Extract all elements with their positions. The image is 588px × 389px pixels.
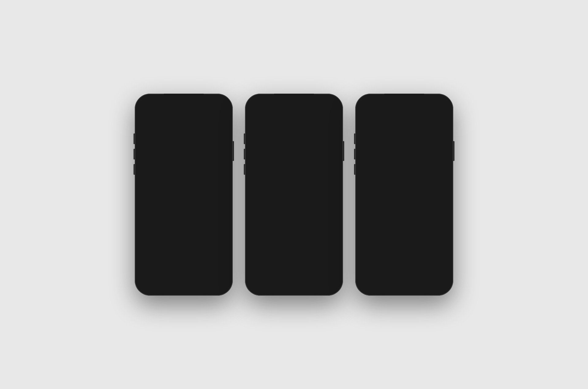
- menu-item-todos-things[interactable]: Todos in Things: [251, 219, 337, 234]
- nav-search-icon-1[interactable]: [207, 108, 213, 115]
- svg-line-23: [150, 217, 152, 219]
- operations-button-2[interactable]: Operations: [263, 282, 284, 287]
- paste-icon: [145, 167, 154, 175]
- associate-convert-icon: [145, 197, 154, 205]
- svg-rect-18: [148, 168, 151, 170]
- plus-button-2[interactable]: +: [331, 281, 334, 288]
- note-icon-2: [254, 119, 261, 126]
- menu-scroll-2: Save to Files as... 15 Event in Fantasti…: [249, 130, 339, 292]
- menu-item-select-all[interactable]: Select All: [141, 134, 227, 149]
- divider-2: [251, 129, 337, 129]
- phone-1: 9:00 ▲ ▪▪▪ 📶 🔋: [135, 94, 233, 296]
- note-title-row-2: Basic: [249, 118, 339, 129]
- svg-line-20: [150, 187, 152, 188]
- edit-button[interactable]: Edit: [251, 206, 271, 217]
- nav-search-icon-2[interactable]: [318, 108, 323, 115]
- select-button-1[interactable]: Select: [204, 282, 216, 287]
- menu-item-dayone[interactable]: Day One: [251, 160, 337, 175]
- duplicate-button[interactable]: Duplicate: [271, 206, 292, 217]
- action-buttons-row: Edit Duplicate Delete Sheet i...: [251, 206, 337, 217]
- status-bar-2: 9:01 ▲ ▪▪▪ 📶 🔋: [249, 97, 339, 106]
- menu-item-associate-search[interactable]: Associate Search: [141, 209, 227, 224]
- todos-things-label: Todos in Things: [268, 223, 302, 229]
- nav-more-icon-2[interactable]: •••: [327, 108, 334, 115]
- save-files-icon: [255, 133, 264, 142]
- fantastical-icon: 15: [255, 148, 264, 157]
- add-things-notes-label: Add to Things with Notes: [268, 238, 322, 244]
- nav-bar-2: •••: [249, 106, 339, 118]
- delete-button[interactable]: Delete: [292, 206, 312, 217]
- menu-item-blink-search[interactable]: Blink Search: [141, 239, 227, 253]
- copy-label: Copy: [157, 153, 169, 159]
- fantastical-label: Event in Fantastical: [268, 150, 311, 155]
- status-icons-1: ▲ ▪▪▪ 📶 🔋: [204, 101, 223, 105]
- svg-point-26: [318, 108, 322, 112]
- svg-rect-6: [151, 140, 152, 140]
- menu-item-associate-search-2[interactable]: Associate Search: [251, 264, 337, 279]
- nav-bar-1: •••: [138, 106, 229, 118]
- associate-search-icon-2: [255, 267, 264, 275]
- menu-item-associate-convert[interactable]: Associate Convert: [141, 194, 227, 209]
- eye-icon-2: 👁: [254, 282, 258, 287]
- sheet-partial: Sheet i...: [313, 206, 337, 217]
- chevron-icon-1: ›: [149, 282, 151, 287]
- blink-convert-label: Blink Convert: [157, 228, 187, 234]
- menu-item-fantastical[interactable]: 15 Event in Fantastical: [251, 145, 337, 160]
- associate-search-icon: [145, 212, 154, 220]
- nav-doc-icon-2[interactable]: [254, 107, 259, 115]
- phone-3-screen: 9:00 ▲ ▪▪▪ 📶 🔋: [359, 97, 450, 292]
- home-indicator-2: [279, 289, 309, 290]
- phone-2: 9:01 ▲ ▪▪▪ 📶 🔋: [245, 94, 343, 296]
- status-bar-1: 9:00 ▲ ▪▪▪ 📶 🔋: [138, 97, 229, 106]
- nav-more-icon-1[interactable]: •••: [217, 108, 224, 115]
- note-title-2: Basic: [264, 119, 278, 125]
- select-all-label: Select All: [157, 138, 178, 144]
- menu-item-add-things-notes[interactable]: Add to Things with Notes: [251, 234, 337, 249]
- phone-2-screen: 9:01 ▲ ▪▪▪ 📶 🔋: [249, 97, 339, 292]
- status-icons-2: ▲ ▪▪▪ 📶 🔋: [314, 101, 333, 105]
- svg-rect-3: [147, 140, 148, 140]
- operations-button-1[interactable]: Operations: [153, 282, 174, 287]
- home-indicator-1: [168, 289, 199, 290]
- note-icon-1: $: [143, 119, 153, 129]
- svg-rect-4: [148, 140, 149, 140]
- menu-item-blink-convert[interactable]: Blink Convert: [141, 224, 227, 239]
- menu-item-bear[interactable]: ≡ Send to Bear: [251, 190, 337, 205]
- menu-item-find-replace[interactable]: Find and Replace: [141, 179, 227, 194]
- associate-convert-label: Associate Convert: [157, 198, 197, 204]
- associate-search-label-2: Associate Search: [268, 268, 306, 274]
- menu-item-paste[interactable]: Paste: [141, 164, 227, 179]
- phone-1-screen: 9:00 ▲ ▪▪▪ 📶 🔋: [138, 97, 229, 292]
- copy-icon: [145, 152, 154, 160]
- svg-text:≡: ≡: [258, 196, 261, 200]
- dayone-label: Day One: [268, 165, 287, 170]
- menu-list-1: Select All Copy: [141, 134, 227, 253]
- svg-rect-30: [257, 150, 262, 152]
- svg-rect-10: [151, 141, 152, 142]
- svg-rect-8: [148, 141, 149, 142]
- keyboard-icon: [145, 137, 154, 145]
- find-replace-icon: [145, 182, 154, 190]
- menu-item-save-files[interactable]: Save to Files as...: [251, 130, 337, 145]
- tweetbot-icon: [255, 178, 264, 187]
- bear-icon: ≡: [255, 193, 264, 202]
- bear-label: Send to Bear: [268, 195, 296, 200]
- select-button-2[interactable]: Select: [315, 282, 326, 287]
- nav-doc-icon-1[interactable]: [143, 107, 149, 115]
- associate-convert-icon-2: [255, 252, 264, 260]
- menu-item-copy[interactable]: Copy: [141, 149, 227, 164]
- blink-search-icon: [145, 242, 154, 250]
- menu-item-tweetbot[interactable]: Tweet with Tweetbot: [251, 175, 337, 190]
- phone-3: 9:00 ▲ ▪▪▪ 📶 🔋: [355, 94, 453, 296]
- svg-rect-9: [149, 141, 150, 142]
- svg-rect-5: [149, 140, 150, 140]
- find-replace-label: Find and Replace: [157, 183, 196, 189]
- svg-rect-7: [147, 141, 148, 142]
- blink-search-label: Blink Search: [157, 243, 185, 249]
- menu-item-associate-convert-2[interactable]: Associate Convert: [251, 249, 337, 264]
- eye-icon-1: 👁: [143, 282, 148, 287]
- plus-button-1[interactable]: +: [221, 281, 224, 288]
- svg-line-1: [211, 111, 213, 113]
- note-title-1: Affiliates and Deals: [156, 121, 204, 127]
- svg-line-39: [260, 272, 262, 273]
